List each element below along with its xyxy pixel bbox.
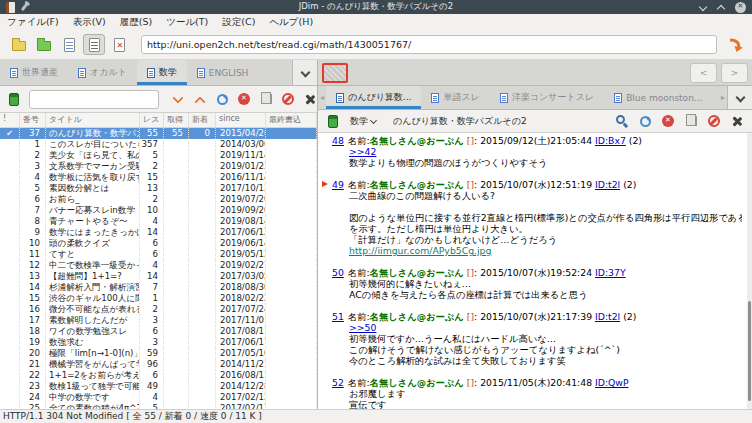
board-tab[interactable]: オカルト	[68, 60, 137, 85]
doc-red-button[interactable]	[108, 34, 130, 55]
board-select[interactable]: 数学	[347, 115, 381, 128]
column-header[interactable]: 取得	[164, 113, 189, 127]
doc-blue-button[interactable]	[58, 34, 80, 55]
menu-item[interactable]: ヘルプ(H)	[262, 14, 320, 30]
image-tab-broken-icon[interactable]	[322, 63, 348, 83]
post-number-link[interactable]: 49	[332, 179, 344, 190]
abort-button[interactable]	[278, 89, 298, 109]
row-res-count: 1	[140, 293, 164, 304]
row-since: 2017/08/11	[216, 326, 266, 337]
thread-row[interactable]: 14杉浦解析入門・解析演習を72018/08/30	[0, 282, 317, 293]
reload-button[interactable]	[635, 111, 655, 131]
thread-row[interactable]: 2美少女「ほら見て、私のおま52019/11/14	[0, 150, 317, 161]
stop-button[interactable]	[234, 89, 254, 109]
post-id-link[interactable]: ID:Bx7	[595, 135, 626, 146]
thread-row[interactable]: 18ワイの数学勉強スレ62017/08/11	[0, 326, 317, 337]
thread-row[interactable]: 4数学板に活気を取り戻すぞ152016/11/14	[0, 172, 317, 183]
folder-green-button[interactable]	[33, 34, 55, 55]
thread-row[interactable]: ✔37のんびり算数・数学パズル555502015/04/26	[0, 128, 317, 139]
menu-item[interactable]: ファイル(F)	[0, 14, 66, 30]
thread-row[interactable]: 20極限「lim[n→1-0](n)」の結592017/05/10	[0, 348, 317, 359]
menu-item[interactable]: 表示(V)	[66, 14, 113, 30]
board-search-input[interactable]	[29, 90, 159, 109]
column-header[interactable]: 番号	[20, 113, 46, 127]
thread-tab[interactable]: 洋楽コンサートスレ	[490, 86, 604, 109]
board-tab[interactable]: 数学	[137, 60, 187, 85]
stop-button[interactable]	[658, 111, 678, 131]
thread-row[interactable]: 11てすと62019/05/12	[0, 249, 317, 260]
tab-scroll-left-icon[interactable]: ◂	[318, 86, 326, 109]
column-header[interactable]: since	[216, 113, 266, 127]
post-number-link[interactable]: 52	[332, 377, 344, 388]
close-button[interactable]	[300, 89, 320, 109]
thread-row[interactable]: 6お前ら_22019/07/20	[0, 194, 317, 205]
row-last-write	[266, 392, 317, 403]
window-close-icon[interactable]	[735, 2, 746, 13]
thread-row[interactable]: 221+1=2をお前らが考える最も62016/08/11	[0, 370, 317, 381]
post-number-link[interactable]: 51	[332, 311, 344, 322]
column-header[interactable]: タイトル	[46, 113, 140, 127]
post-id-link[interactable]: ID:t2l	[595, 179, 620, 190]
thread-row[interactable]: 15渋谷のギャル100人に聞い12018/02/22	[0, 293, 317, 304]
thread-icon-button[interactable]	[323, 111, 343, 131]
post-anchor-link[interactable]: >>42	[349, 146, 376, 157]
thread-tab[interactable]: Blue moonston...	[604, 86, 712, 109]
menu-item[interactable]: 履歴(S)	[113, 14, 159, 30]
thread-row[interactable]: 3文系数学でマーカン受験22019/01/23	[0, 161, 317, 172]
history-back-button[interactable]: <	[690, 63, 717, 83]
post-id-link[interactable]: ID:37Y	[595, 267, 626, 278]
thread-row[interactable]: 8青チャートやるぞ〜42019/08/14	[0, 216, 317, 227]
post-number-link[interactable]: 50	[332, 267, 344, 278]
thread-tab[interactable]: 単語スレ	[421, 86, 489, 109]
search-button[interactable]	[612, 111, 632, 131]
board-tab[interactable]: ENGLISH	[187, 60, 259, 85]
thread-row[interactable]: 10頭の柔軟クイズ62019/06/14	[0, 238, 317, 249]
thread-tabs-dropdown-button[interactable]	[727, 86, 752, 109]
menu-item[interactable]: 設定(C)	[215, 14, 262, 30]
thread-row[interactable]: 12中二で数検準一級受かった42019/02/21	[0, 260, 317, 271]
url-input[interactable]	[141, 35, 717, 54]
thread-row[interactable]: 19数強求む32017/06/17	[0, 337, 317, 348]
menu-item[interactable]: ツール(T)	[159, 14, 215, 30]
posts-scrollbar[interactable]	[747, 133, 752, 409]
go-button[interactable]	[724, 34, 746, 56]
close-button[interactable]	[727, 111, 747, 131]
post-number-link[interactable]: 48	[332, 135, 344, 146]
board-tabs-dropdown-button[interactable]	[292, 60, 317, 85]
row-title: お前ら_	[46, 194, 140, 205]
board-tab[interactable]: 世界遺産	[0, 60, 68, 85]
thread-row[interactable]: 5素因数分解とは132017/10/13	[0, 183, 317, 194]
reload-button[interactable]	[212, 89, 232, 109]
move-up-button[interactable]	[190, 89, 210, 109]
tab-scroll-right-icon[interactable]: ▸	[719, 86, 727, 109]
post-id-link[interactable]: ID:t2l	[595, 311, 620, 322]
minimize-icon[interactable]	[699, 3, 707, 11]
scrollbar-thumb[interactable]	[748, 301, 751, 401]
thread-row[interactable]: 13【超難問】1+1=?142017/03/05	[0, 271, 317, 282]
thread-row[interactable]: 16微分不可能な点が表れる関22017/07/24	[0, 304, 317, 315]
column-header[interactable]: 新着	[189, 113, 216, 127]
thread-row[interactable]: 24中学の数学です42017/02/12	[0, 392, 317, 403]
thread-row[interactable]: 9数学にはまったきっかけを142017/06/12	[0, 227, 317, 238]
thread-row[interactable]: 7バナー応募スレin数学102019/09/20	[0, 205, 317, 216]
post-anchor-link[interactable]: >>50	[349, 322, 376, 333]
column-header[interactable]: 最終書込	[266, 113, 317, 127]
thread-row[interactable]: 21機械学習をがんばって学ぶ962014/11/21	[0, 359, 317, 370]
column-header[interactable]: !	[0, 113, 20, 127]
column-header[interactable]: レス	[140, 113, 164, 127]
thread-row[interactable]: 17素数解明したんだが32017/11/01	[0, 315, 317, 326]
post-url-link[interactable]: http://iimgur.com/APyb5Cg.jpg	[349, 245, 491, 256]
doc-plain-button[interactable]	[83, 34, 105, 55]
board-icon-button[interactable]	[4, 89, 24, 109]
folder-yellow-button[interactable]	[8, 34, 30, 55]
history-forward-button[interactable]: >	[721, 63, 748, 83]
move-down-button[interactable]	[168, 89, 188, 109]
thread-tab[interactable]: のんびり算数...	[326, 86, 421, 109]
abort-button[interactable]	[704, 111, 724, 131]
post-id-link[interactable]: ID:QwP	[595, 377, 629, 388]
maximize-icon[interactable]	[717, 3, 725, 11]
copy-button[interactable]	[681, 111, 701, 131]
thread-row[interactable]: 23数検1級って独学で可能?492014/12/28	[0, 381, 317, 392]
thread-row[interactable]: 1このスレが目についたら何3572014/03/06	[0, 139, 317, 150]
copy-button[interactable]	[256, 89, 276, 109]
